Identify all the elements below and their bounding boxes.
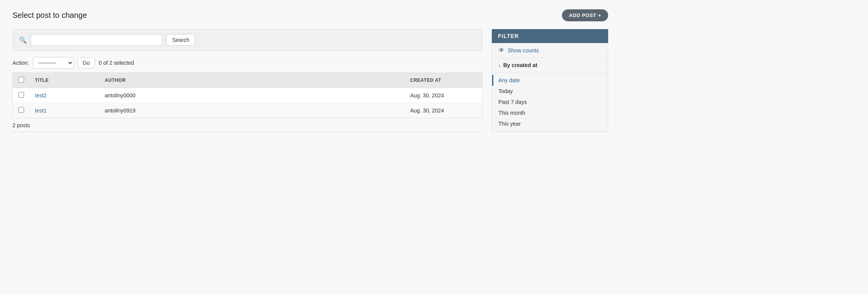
row-checkbox[interactable] xyxy=(18,92,24,98)
posts-table: TITLE AUTHOR CREATED AT test2 antoliny00… xyxy=(12,73,482,118)
filter-option[interactable]: This year xyxy=(492,118,608,129)
filter-option[interactable]: Today xyxy=(492,86,608,97)
show-counts-row[interactable]: 👁 Show counts xyxy=(492,43,608,58)
row-checkbox[interactable] xyxy=(18,107,24,113)
filter-option[interactable]: Any date xyxy=(492,75,608,86)
search-bar: 🔍 Search xyxy=(12,29,482,51)
show-counts-label[interactable]: Show counts xyxy=(508,47,539,54)
row-created-at-cell: Aug. 30, 2024 xyxy=(405,103,482,118)
filter-option[interactable]: Past 7 days xyxy=(492,97,608,107)
selected-count: 0 of 2 selected xyxy=(99,60,134,66)
col-header-author: AUTHOR xyxy=(99,73,405,88)
post-title-link[interactable]: test1 xyxy=(35,107,47,114)
row-author-cell: antoliny0919 xyxy=(99,103,405,118)
filter-body: 👁 Show counts ↓ By created at Any dateTo… xyxy=(492,43,608,132)
filter-sidebar: FILTER 👁 Show counts ↓ By created at Any… xyxy=(492,29,608,132)
footer-count: 2 posts xyxy=(12,122,482,132)
page-title: Select post to change xyxy=(12,11,87,20)
filter-header: FILTER xyxy=(492,29,608,43)
row-author-cell: antoliny0000 xyxy=(99,88,405,103)
by-created-at-label: By created at xyxy=(503,62,538,68)
search-button[interactable]: Search xyxy=(166,34,195,46)
search-input[interactable] xyxy=(31,34,163,46)
add-post-button[interactable]: ADD POST + xyxy=(562,9,608,21)
table-header-row: TITLE AUTHOR CREATED AT xyxy=(13,73,482,88)
action-label: Action: xyxy=(12,60,29,66)
col-header-title: TITLE xyxy=(29,73,99,88)
table-row: test2 antoliny0000 Aug. 30, 2024 xyxy=(13,88,482,103)
action-select[interactable]: ---------- xyxy=(33,57,74,69)
post-title-link[interactable]: test2 xyxy=(35,92,47,99)
row-created-at-cell: Aug. 30, 2024 xyxy=(405,88,482,103)
filter-option[interactable]: This month xyxy=(492,107,608,118)
search-icon: 🔍 xyxy=(19,36,27,44)
row-checkbox-cell[interactable] xyxy=(13,88,30,103)
row-title-cell: test2 xyxy=(29,88,99,103)
by-created-at-row: ↓ By created at xyxy=(492,58,608,73)
select-all-cell[interactable] xyxy=(13,73,30,88)
filter-title: FILTER xyxy=(498,33,519,39)
select-all-checkbox[interactable] xyxy=(18,77,24,83)
down-arrow-icon: ↓ xyxy=(498,62,501,68)
table-row: test1 antoliny0919 Aug. 30, 2024 xyxy=(13,103,482,118)
row-title-cell: test1 xyxy=(29,103,99,118)
eye-icon: 👁 xyxy=(498,47,505,54)
col-header-created-at: CREATED AT xyxy=(405,73,482,88)
filter-options: Any dateTodayPast 7 daysThis monthThis y… xyxy=(492,73,608,131)
action-bar: Action: ---------- Go 0 of 2 selected xyxy=(12,57,482,69)
row-checkbox-cell[interactable] xyxy=(13,103,30,118)
go-button[interactable]: Go xyxy=(78,57,95,68)
